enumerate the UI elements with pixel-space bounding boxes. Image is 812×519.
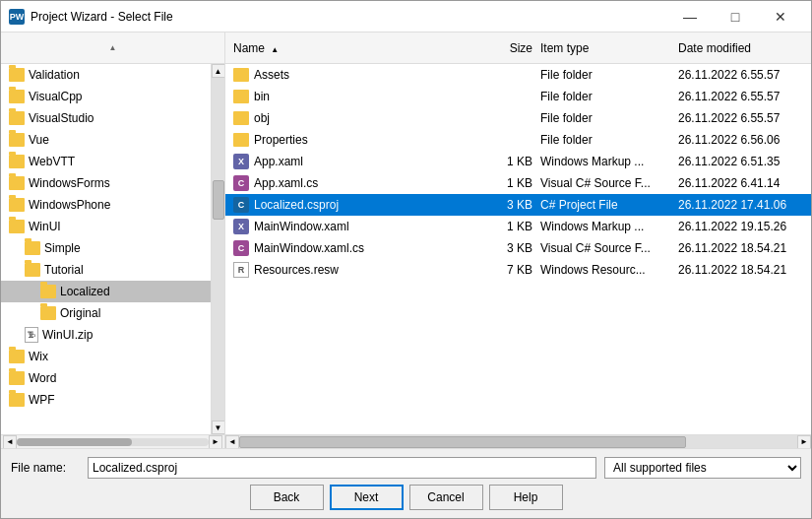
file-row-bin[interactable]: bin File folder 26.11.2022 6.55.57: [225, 86, 811, 107]
file-row-appxaml[interactable]: X App.xaml 1 KB Windows Markup ... 26.11…: [225, 151, 811, 172]
folder-icon: [233, 68, 249, 82]
tree-item-tutorial[interactable]: Tutorial: [1, 259, 211, 281]
file-row-appxamlcs[interactable]: C App.xaml.cs 1 KB Visual C# Source F...…: [225, 172, 811, 194]
back-button[interactable]: Back: [250, 485, 324, 510]
resw-icon: R: [233, 262, 249, 278]
col-header-name[interactable]: Name ▲: [225, 41, 481, 55]
folder-tree: Validation VisualCpp VisualStudio Vue: [1, 64, 211, 434]
xaml-icon: X: [233, 154, 249, 169]
tree-item-visualcpp[interactable]: VisualCpp: [1, 86, 211, 107]
tree-item-wpf[interactable]: WPF: [1, 389, 211, 411]
tree-item-word[interactable]: Word: [1, 367, 211, 389]
scroll-track: [212, 78, 225, 421]
file-list-header: Name ▲ Size Item type Date modified: [225, 32, 811, 64]
hscroll-thumb[interactable]: [239, 436, 686, 448]
tree-item-simple[interactable]: Simple: [1, 237, 211, 259]
folder-icon: [40, 306, 56, 320]
main-content: ▲ Validation VisualCpp VisualStudio: [1, 32, 811, 448]
tree-item-windowsphone[interactable]: WindowsPhone: [1, 194, 211, 216]
xaml-icon: X: [233, 219, 249, 234]
main-window: PW Project Wizard - Select File — □ ✕ ▲ …: [0, 0, 812, 519]
sort-arrow: ▲: [271, 45, 279, 54]
file-row-mainxamlcs[interactable]: C MainWindow.xaml.cs 3 KB Visual C# Sour…: [225, 237, 811, 259]
tree-item-webvtt[interactable]: WebVTT: [1, 151, 211, 172]
hscroll-track: [17, 438, 209, 446]
hscroll-left-button[interactable]: ◄: [225, 435, 239, 449]
maximize-button[interactable]: □: [713, 1, 758, 32]
file-row-resw[interactable]: R Resources.resw 7 KB Windows Resourc...…: [225, 259, 811, 281]
folder-icon: [9, 393, 25, 407]
folder-icon: [9, 133, 25, 147]
folder-icon: [9, 68, 25, 82]
hscroll-right-button[interactable]: ►: [797, 435, 811, 449]
col-header-size[interactable]: Size: [481, 41, 540, 55]
file-row-mainxaml[interactable]: X MainWindow.xaml 1 KB Windows Markup ..…: [225, 216, 811, 237]
cancel-button[interactable]: Cancel: [409, 485, 483, 510]
left-panel: ▲ Validation VisualCpp VisualStudio: [1, 32, 225, 448]
folder-icon: [9, 371, 25, 385]
left-panel-header: ▲: [1, 32, 224, 64]
scroll-thumb[interactable]: [213, 180, 224, 220]
window-title: Project Wizard - Select File: [31, 10, 667, 24]
title-bar-controls: — □ ✕: [667, 1, 803, 32]
zip-icon: 🗜: [25, 327, 38, 343]
file-row-obj[interactable]: obj File folder 26.11.2022 6.55.57: [225, 107, 811, 129]
hscroll-track: [239, 435, 797, 449]
cs-icon: C: [233, 240, 249, 256]
hscroll-thumb[interactable]: [17, 438, 132, 446]
footer: File name: All supported files Back Next…: [1, 448, 811, 518]
file-row-csproj[interactable]: C Localized.csproj 3 KB C# Project File …: [225, 194, 811, 216]
filename-label: File name:: [11, 461, 80, 475]
minimize-button[interactable]: —: [667, 1, 713, 32]
folder-icon: [233, 133, 249, 147]
filename-row: File name: All supported files: [11, 457, 801, 479]
left-hscrollbar: ◄ ►: [1, 434, 224, 448]
left-scrollbar: ▲ ▼: [211, 64, 224, 434]
folder-icon: [9, 176, 25, 190]
cs-icon: C: [233, 175, 249, 191]
tree-item-vue[interactable]: Vue: [1, 129, 211, 151]
hleft-button[interactable]: ◄: [3, 435, 17, 449]
folder-icon: [233, 90, 249, 103]
tree-item-winui[interactable]: WinUI: [1, 216, 211, 237]
folder-icon: [9, 111, 25, 125]
tree-item-windowsforms[interactable]: WindowsForms: [1, 172, 211, 194]
folder-icon: [233, 111, 249, 125]
csproj-icon: C: [233, 197, 249, 213]
buttons-row: Back Next Cancel Help: [11, 485, 801, 510]
folder-icon: [9, 220, 25, 233]
right-panel: Name ▲ Size Item type Date modified Asse…: [225, 32, 811, 448]
file-row-properties[interactable]: Properties File folder 26.11.2022 6.56.0…: [225, 129, 811, 151]
filetype-select[interactable]: All supported files: [604, 457, 801, 479]
tree-item-original[interactable]: Original: [1, 302, 211, 324]
folder-icon: [40, 285, 56, 298]
left-sort-arrow: ▲: [109, 43, 117, 52]
scroll-up-button[interactable]: ▲: [212, 64, 225, 78]
col-header-date[interactable]: Date modified: [678, 41, 811, 55]
folder-icon: [9, 350, 25, 363]
right-hscrollbar: ◄ ►: [225, 434, 811, 448]
scroll-down-button[interactable]: ▼: [212, 421, 225, 434]
folder-icon: [9, 90, 25, 103]
title-bar: PW Project Wizard - Select File — □ ✕: [1, 1, 811, 32]
file-row-assets[interactable]: Assets File folder 26.11.2022 6.55.57: [225, 64, 811, 86]
hright-button[interactable]: ►: [209, 435, 222, 449]
folder-icon: [9, 198, 25, 212]
app-icon: PW: [9, 9, 25, 25]
file-list: Assets File folder 26.11.2022 6.55.57 bi…: [225, 64, 811, 434]
folder-icon: [25, 241, 40, 255]
next-button[interactable]: Next: [330, 485, 404, 510]
tree-item-wix[interactable]: Wix: [1, 346, 211, 367]
tree-item-visualstudio[interactable]: VisualStudio: [1, 107, 211, 129]
folder-icon: [25, 263, 40, 277]
tree-item-validation[interactable]: Validation: [1, 64, 211, 86]
col-header-type[interactable]: Item type: [540, 41, 678, 55]
tree-item-localized[interactable]: Localized: [1, 281, 211, 302]
folder-icon: [9, 155, 25, 168]
close-button[interactable]: ✕: [758, 1, 803, 32]
tree-item-winui-zip[interactable]: 🗜 WinUI.zip: [1, 324, 211, 346]
help-button[interactable]: Help: [489, 485, 563, 510]
filename-input[interactable]: [88, 457, 596, 479]
